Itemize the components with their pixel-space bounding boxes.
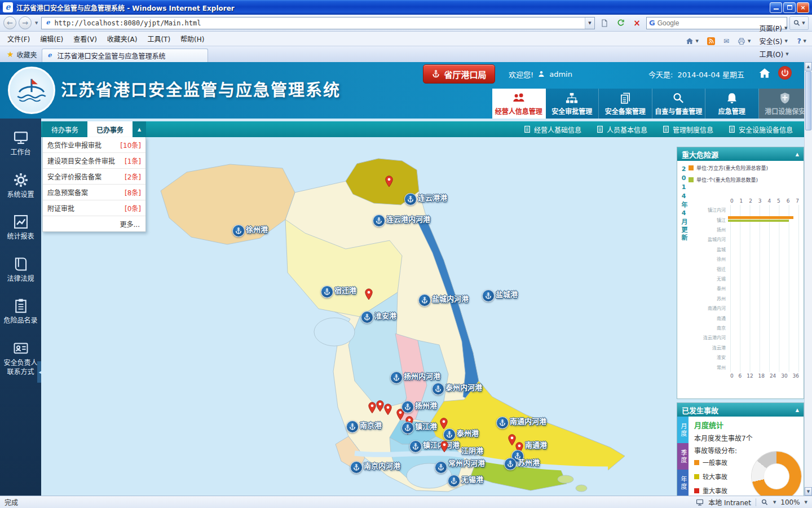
maximize-button[interactable] — [783, 2, 796, 13]
close-button[interactable]: × — [797, 2, 809, 13]
nav-tab[interactable]: 安全备案管理 — [599, 89, 652, 119]
todo-item[interactable]: 应急预案备案[8条] — [43, 185, 145, 200]
history-dropdown-icon[interactable]: ▼ — [34, 21, 39, 25]
port-label[interactable]: 常州内河港 — [448, 457, 485, 468]
todo-item[interactable]: 附证审批[0条] — [43, 200, 145, 216]
port-label[interactable]: 苏州港 — [518, 457, 540, 467]
toolbar-button[interactable]: 页面(P)▼ — [756, 21, 792, 34]
sidebar-item[interactable]: 统计报表 — [0, 211, 41, 245]
port-anchor-marker[interactable] — [435, 461, 447, 474]
port-anchor-marker[interactable] — [448, 475, 460, 487]
port-label[interactable]: 无锡港 — [461, 474, 483, 484]
sidebar-item[interactable]: 安全负责人联系方式 — [0, 337, 41, 380]
scroll-up-button[interactable]: ▲ — [805, 62, 812, 71]
nav-tab[interactable]: 应急管理 — [705, 89, 759, 119]
port-label[interactable]: 南通内河港 — [510, 415, 546, 426]
port-label[interactable]: 宿迁港 — [334, 284, 356, 295]
collapse-arrow-icon[interactable]: ▲ — [796, 408, 799, 413]
logout-button[interactable] — [778, 66, 792, 80]
port-anchor-marker[interactable] — [409, 440, 422, 453]
port-anchor-marker[interactable] — [432, 383, 444, 395]
nav-tab[interactable]: 自查与督查管理 — [652, 89, 706, 119]
port-label[interactable]: 泰州内河港 — [445, 382, 482, 392]
minimize-button[interactable] — [770, 2, 782, 13]
port-anchor-marker[interactable] — [350, 461, 363, 474]
port-label[interactable]: 镇江港 — [415, 421, 437, 431]
accident-tab[interactable]: 季度 — [677, 443, 689, 470]
sidebar-item[interactable]: 法律法规 — [0, 253, 41, 287]
port-anchor-marker[interactable] — [361, 311, 373, 323]
port-anchor-marker[interactable] — [482, 290, 495, 302]
sidebar-item[interactable]: 工作台 — [0, 126, 41, 161]
page-scrollbar[interactable]: ▲ ▼ — [804, 62, 812, 496]
org-badge[interactable]: 省厅港口局 — [423, 64, 495, 84]
port-anchor-marker[interactable] — [232, 225, 245, 237]
header-home-button[interactable] — [757, 66, 773, 81]
port-label[interactable]: 徐州港 — [246, 224, 268, 234]
todo-tab[interactable]: 已办事务 — [87, 121, 133, 137]
port-anchor-marker[interactable] — [496, 417, 509, 429]
nav-tab[interactable]: 经营人信息管理 — [492, 89, 546, 119]
port-label[interactable]: 淮安港 — [374, 310, 396, 321]
port-anchor-marker[interactable] — [390, 371, 403, 384]
toolbar-button[interactable]: 安全(S)▼ — [756, 34, 792, 47]
subnav-link[interactable]: 经营人基础信息 — [523, 125, 581, 134]
nav-tab[interactable]: 安全审批管理 — [546, 89, 599, 119]
scrollbar-thumb[interactable] — [805, 71, 811, 130]
port-label[interactable]: 连云港内河港 — [386, 213, 430, 224]
menu-item[interactable]: 编辑(E) — [35, 32, 68, 46]
port-label[interactable]: 盐城港 — [496, 288, 518, 299]
scroll-down-button[interactable]: ▼ — [805, 487, 812, 496]
port-label[interactable]: 泰州港 — [457, 427, 479, 438]
url-dropdown-button[interactable]: ▼ — [585, 17, 594, 29]
mail-button[interactable]: ✉ — [720, 36, 732, 47]
accident-tab[interactable]: 月度 — [677, 417, 689, 443]
browser-tab[interactable]: e 江苏省港口安全监管与应急管理系统 — [42, 49, 208, 62]
menu-item[interactable]: 工具(T) — [142, 32, 175, 46]
todo-item[interactable]: 安全评价报告备案[2条] — [43, 169, 145, 185]
port-anchor-marker[interactable] — [321, 286, 333, 298]
port-anchor-marker[interactable] — [373, 214, 385, 227]
back-button[interactable]: ← — [3, 16, 16, 29]
help-button[interactable]: ?▼ — [794, 36, 810, 47]
port-anchor-marker[interactable] — [401, 401, 414, 413]
menu-item[interactable]: 文件(F) — [2, 32, 35, 46]
port-label[interactable]: 扬州港 — [415, 400, 437, 410]
refresh-button[interactable] — [614, 16, 628, 30]
port-label[interactable]: 盐城内河港 — [432, 293, 469, 304]
port-label[interactable]: 南京内河港 — [364, 460, 400, 471]
menu-item[interactable]: 帮助(H) — [175, 32, 209, 46]
todo-item[interactable]: 危货作业申报审批[10条] — [43, 137, 145, 153]
todo-tab[interactable]: 待办事务 — [42, 121, 87, 137]
home-button[interactable]: ▼ — [682, 36, 702, 47]
port-label[interactable]: 南通港 — [525, 439, 547, 450]
port-label[interactable]: 南京港 — [360, 419, 382, 430]
menu-item[interactable]: 收藏夹(A) — [102, 32, 143, 46]
subnav-link[interactable]: 安全设施设备信息 — [728, 125, 793, 134]
accident-panel-header[interactable]: 已发生事故 ▲ — [677, 403, 804, 417]
menu-item[interactable]: 查看(V) — [68, 32, 102, 46]
port-anchor-marker[interactable] — [404, 193, 417, 205]
hazard-panel-header[interactable]: 重大危险源 ▲ — [677, 147, 804, 161]
accident-tab[interactable]: 年度 — [677, 470, 689, 496]
toolbar-button[interactable]: 工具(O)▼ — [756, 47, 792, 60]
subnav-link[interactable]: 管理制度信息 — [662, 125, 713, 134]
port-anchor-marker[interactable] — [418, 294, 431, 306]
stop-button[interactable]: × — [630, 16, 644, 30]
compatibility-view-button[interactable] — [597, 16, 611, 30]
url-input[interactable] — [54, 19, 582, 27]
port-pin-marker[interactable] — [383, 404, 392, 415]
port-label[interactable]: 江阴港 — [461, 445, 483, 456]
sidebar-item[interactable]: 系统设置 — [0, 169, 41, 203]
port-pin-marker[interactable] — [364, 288, 373, 300]
print-button[interactable]: ▼ — [734, 36, 754, 47]
port-label[interactable]: 扬州内河港 — [404, 370, 440, 381]
port-anchor-marker[interactable] — [401, 422, 414, 434]
forward-button[interactable]: → — [19, 16, 32, 29]
todo-collapse-button[interactable]: ▲ — [133, 121, 146, 137]
port-pin-marker[interactable] — [385, 176, 394, 187]
port-anchor-marker[interactable] — [346, 421, 359, 433]
feeds-button[interactable] — [704, 36, 718, 47]
subnav-link[interactable]: 人员基本信息 — [596, 125, 647, 134]
todo-more-link[interactable]: 更多... — [43, 216, 145, 231]
